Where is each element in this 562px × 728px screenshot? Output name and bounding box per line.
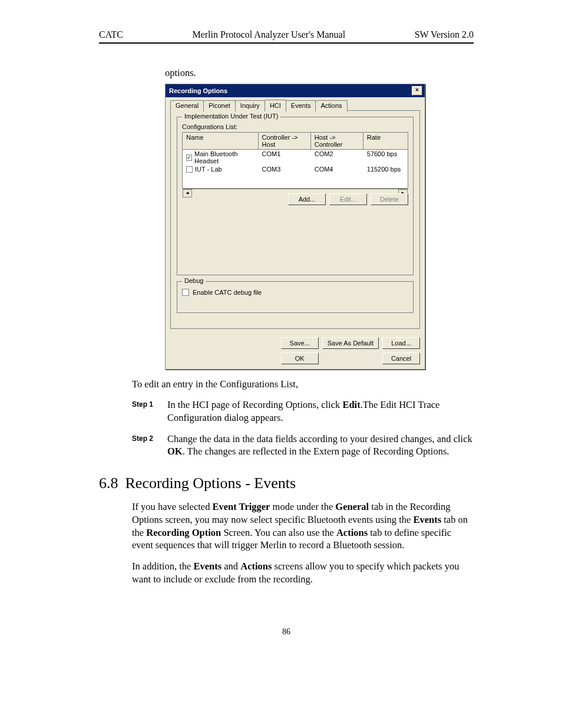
debug-checkbox-label: Enable CATC debug file (193, 289, 262, 296)
configurations-listview[interactable]: Name Controller -> Host Host -> Controll… (182, 132, 408, 189)
edit-intro: To edit an entry in the Configurations L… (132, 378, 474, 390)
col-controller-host[interactable]: Controller -> Host (259, 133, 311, 149)
tab-actions[interactable]: Actions (315, 100, 347, 111)
tab-panel-hci: Implementation Under Test (IUT) Configur… (170, 110, 420, 329)
delete-button[interactable]: Delete (371, 193, 408, 205)
tab-events[interactable]: Events (286, 100, 316, 111)
col-rate[interactable]: Rate (363, 133, 408, 149)
cancel-button[interactable]: Cancel (382, 353, 420, 364)
page-number: 86 (99, 627, 474, 637)
debug-groupbox: Debug Enable CATC debug file (177, 281, 414, 313)
section-heading: 6.8 Recording Options - Events (99, 475, 474, 492)
continued-text: options. (165, 67, 474, 79)
add-button[interactable]: Add... (288, 193, 326, 205)
step-2-text: Change the data in the data fields accor… (167, 433, 474, 459)
step-2-label: Step 2 (132, 433, 157, 459)
iut-groupbox: Implementation Under Test (IUT) Configur… (177, 117, 414, 275)
debug-group-title: Debug (182, 277, 206, 284)
header-left: CATC (99, 29, 123, 40)
step-1-text: In the HCI page of Recording Options, cl… (167, 398, 474, 424)
dialog-titlebar[interactable]: Recording Options × (166, 84, 425, 97)
list-item[interactable]: IUT - Lab COM3 COM4 115200 bps (183, 165, 408, 173)
row-h2c: COM4 (311, 165, 363, 173)
header-center: Merlin Protocol Analyzer User's Manual (192, 29, 345, 40)
save-default-button[interactable]: Save As Default (322, 337, 379, 349)
list-item[interactable]: ✓Main Bluetooth Headset COM1 COM2 57600 … (183, 150, 408, 165)
close-icon[interactable]: × (412, 86, 422, 95)
recording-options-dialog: Recording Options × General Piconet Inqu… (165, 84, 425, 370)
section-paragraph-2: In addition, the Events and Actions scre… (132, 560, 474, 586)
tab-hci[interactable]: HCI (265, 100, 286, 111)
row-c2h: COM3 (259, 165, 311, 173)
dialog-title: Recording Options (169, 87, 227, 94)
section-number: 6.8 (99, 475, 118, 492)
col-host-controller[interactable]: Host -> Controller (311, 133, 363, 149)
iut-group-title: Implementation Under Test (IUT) (182, 113, 280, 120)
row-name: IUT - Lab (195, 166, 222, 173)
row-h2c: COM2 (311, 150, 363, 165)
edit-button[interactable]: Edit... (329, 193, 367, 205)
tab-strip: General Piconet Inquiry HCI Events Actio… (170, 100, 420, 111)
checkbox-icon[interactable]: ✓ (186, 154, 192, 161)
checkbox-icon[interactable] (186, 166, 193, 173)
section-paragraph-1: If you have selected Event Trigger mode … (132, 500, 474, 552)
section-title: Recording Options - Events (125, 475, 296, 492)
running-header: CATC Merlin Protocol Analyzer User's Man… (99, 29, 474, 44)
col-name[interactable]: Name (183, 133, 259, 149)
save-button[interactable]: Save... (281, 337, 319, 349)
row-name: Main Bluetooth Headset (194, 150, 255, 164)
tab-piconet[interactable]: Piconet (203, 100, 236, 111)
row-rate: 57600 bps (363, 150, 408, 165)
configurations-label: Configurations List: (182, 123, 408, 130)
header-right: SW Version 2.0 (415, 29, 474, 40)
tab-general[interactable]: General (170, 100, 204, 111)
ok-button[interactable]: OK (281, 353, 319, 364)
row-c2h: COM1 (259, 150, 311, 165)
row-rate: 115200 bps (363, 165, 408, 173)
load-button[interactable]: Load... (382, 337, 420, 349)
tab-inquiry[interactable]: Inquiry (235, 100, 265, 111)
step-1-label: Step 1 (132, 398, 157, 424)
debug-checkbox[interactable] (182, 289, 189, 296)
scroll-left-icon[interactable]: ◄ (183, 189, 192, 197)
